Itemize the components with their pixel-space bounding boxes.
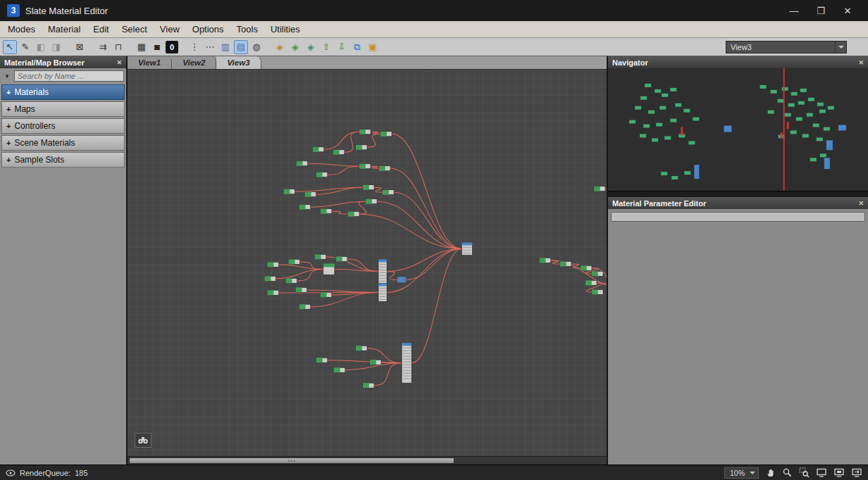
menu-utilities[interactable]: Utilities <box>264 21 306 38</box>
show-background-button[interactable]: ▦ <box>135 40 149 54</box>
close-icon[interactable]: ✕ <box>116 59 122 66</box>
material-node[interactable] <box>359 164 371 169</box>
chevron-down-icon[interactable] <box>835 42 846 53</box>
material-node[interactable] <box>594 187 605 191</box>
active-view-combo[interactable]: View3 <box>726 41 847 53</box>
material-node[interactable] <box>334 367 345 372</box>
search-input[interactable] <box>14 70 124 82</box>
menu-options[interactable]: Options <box>186 21 230 38</box>
material-node[interactable] <box>581 265 592 270</box>
material-node[interactable] <box>315 255 326 260</box>
material-node[interactable] <box>402 343 411 383</box>
material-node[interactable] <box>305 192 316 197</box>
material-node[interactable] <box>313 147 324 152</box>
menu-modes[interactable]: Modes <box>1 21 42 38</box>
material-node[interactable] <box>378 260 387 284</box>
material-node[interactable] <box>356 346 367 350</box>
maximize-button[interactable]: ❐ <box>807 0 834 21</box>
material-node[interactable] <box>366 199 377 204</box>
browser-section-sample-slots[interactable]: +Sample Slots <box>1 152 125 168</box>
menu-view[interactable]: View <box>154 21 186 38</box>
pan-hand-icon[interactable] <box>765 467 776 478</box>
close-icon[interactable]: ✕ <box>858 59 864 66</box>
expand-icon[interactable]: + <box>6 88 11 96</box>
material-node[interactable] <box>316 358 328 362</box>
expand-icon[interactable]: + <box>6 156 11 164</box>
pick-material-from-object-button[interactable]: ✎ <box>18 40 32 54</box>
expand-icon[interactable]: + <box>6 139 11 147</box>
horizontal-scrollbar[interactable] <box>128 456 607 465</box>
binoculars-icon[interactable] <box>135 433 151 448</box>
browser-section-materials[interactable]: +Materials <box>1 84 125 100</box>
tab-view1[interactable]: View1 <box>128 56 172 69</box>
close-button[interactable]: ✕ <box>834 0 861 21</box>
material-node[interactable] <box>289 260 300 265</box>
menu-tools[interactable]: Tools <box>230 21 264 38</box>
material-node[interactable] <box>359 130 371 134</box>
material-node[interactable] <box>333 150 345 155</box>
menu-select[interactable]: Select <box>116 21 154 38</box>
material-node[interactable] <box>299 304 311 309</box>
material-node[interactable] <box>379 166 390 171</box>
material-node[interactable] <box>461 243 472 255</box>
material-node[interactable] <box>321 292 332 297</box>
browser-section-scene-materials[interactable]: +Scene Materials <box>1 135 125 151</box>
material-node[interactable] <box>592 289 603 294</box>
move-up-parent-button[interactable]: ⇧ <box>319 40 333 54</box>
material-node[interactable] <box>380 132 392 137</box>
material-node[interactable] <box>363 185 374 190</box>
move-down-children-button[interactable]: ⇩ <box>335 40 349 54</box>
material-node[interactable] <box>348 212 359 217</box>
navigator-canvas[interactable] <box>608 68 868 191</box>
material-node[interactable] <box>299 205 311 210</box>
material-node[interactable] <box>356 145 367 150</box>
material-node[interactable] <box>560 262 571 267</box>
material-node[interactable] <box>265 276 276 281</box>
layout-vertical-button[interactable]: ⋮ <box>187 40 202 54</box>
scrollbar-thumb[interactable] <box>129 457 454 464</box>
menu-material[interactable]: Material <box>42 21 87 38</box>
material-node[interactable] <box>592 271 603 276</box>
lock-selection-button[interactable]: ⊓ <box>111 40 125 54</box>
material-node[interactable] <box>284 189 295 194</box>
material-node[interactable] <box>286 278 297 283</box>
zoom-region-icon[interactable] <box>799 467 810 478</box>
delete-selected-button[interactable]: ⊠ <box>73 40 87 54</box>
menu-edit[interactable]: Edit <box>87 21 115 38</box>
move-children-button[interactable]: ⇉ <box>96 40 110 54</box>
material-node[interactable] <box>336 257 347 262</box>
select-tool-button[interactable]: ↖ <box>3 40 17 54</box>
layout-all-vertical-button[interactable]: ▥ <box>218 40 232 54</box>
tab-view3[interactable]: View3 <box>216 56 261 69</box>
material-node[interactable] <box>316 172 328 177</box>
browser-options-arrow-icon[interactable]: ▼ <box>2 73 12 80</box>
select-tree-button[interactable]: ◈ <box>304 40 318 54</box>
zoom-icon[interactable] <box>782 467 793 478</box>
minimize-button[interactable]: — <box>781 0 807 21</box>
duplicate-nodes-button[interactable]: ⧉ <box>350 40 364 54</box>
material-node[interactable] <box>383 190 394 195</box>
tab-view2[interactable]: View2 <box>172 56 216 69</box>
material-node[interactable] <box>323 263 335 274</box>
zoom-extents-selected-icon[interactable] <box>833 467 845 478</box>
material-node[interactable] <box>297 161 308 166</box>
expand-icon[interactable]: + <box>6 122 11 130</box>
show-maps-in-viewport-button[interactable]: ◙ <box>150 40 164 54</box>
close-icon[interactable]: ✕ <box>858 200 864 207</box>
layout-children-button[interactable]: ◍ <box>249 40 264 54</box>
material-node[interactable] <box>378 283 387 301</box>
expand-icon[interactable]: + <box>6 105 11 113</box>
material-node[interactable] <box>268 290 279 295</box>
browser-section-controllers[interactable]: +Controllers <box>1 118 125 134</box>
select-children-nodes-button[interactable]: ◈ <box>288 40 302 54</box>
node-graph-canvas[interactable] <box>128 70 607 456</box>
material-node[interactable] <box>370 360 381 365</box>
material-node[interactable] <box>397 277 406 282</box>
material-node[interactable] <box>363 383 374 388</box>
layout-horizontal-button[interactable]: ⋯ <box>203 40 217 54</box>
material-node[interactable] <box>321 209 332 214</box>
pan-to-selection-icon[interactable] <box>851 467 862 478</box>
paste-nodes-button[interactable]: ▣ <box>366 40 380 54</box>
material-node[interactable] <box>585 280 597 285</box>
material-node[interactable] <box>540 258 551 263</box>
